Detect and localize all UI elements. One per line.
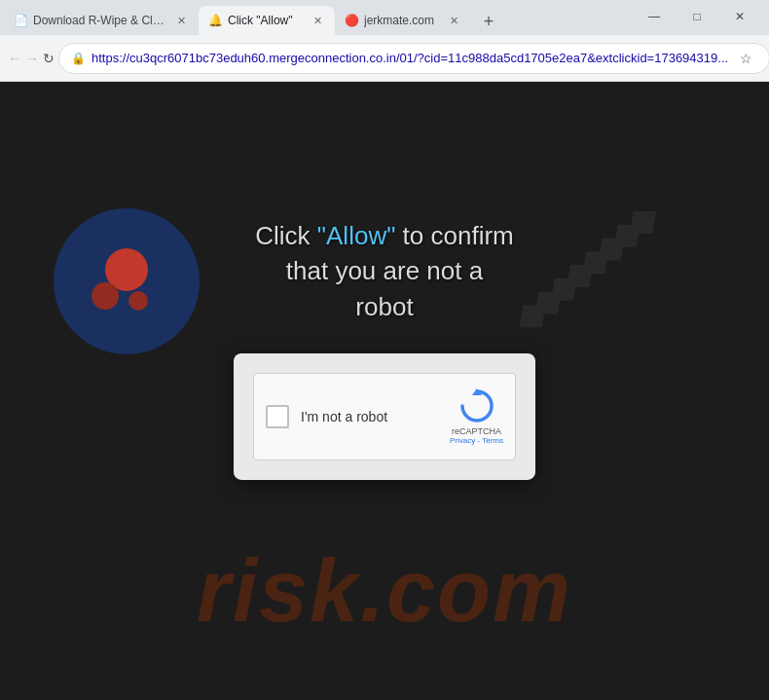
url-actions: ☆ (734, 47, 757, 70)
bookmark-icon[interactable]: ☆ (734, 47, 757, 70)
minimize-button[interactable]: — (633, 2, 676, 31)
main-text-line3: robot (0, 289, 769, 324)
page-content: ⟋ Click "Allow" to confirm that you are … (0, 82, 769, 700)
forward-button[interactable]: → (25, 43, 39, 74)
tab-label-download: Download R-Wipe & Clean 20... (33, 14, 167, 27)
tab-close-download[interactable]: ✕ (173, 13, 189, 28)
recaptcha-spinner (458, 387, 495, 424)
recaptcha-spinner-svg (458, 387, 495, 424)
tab-click-allow[interactable]: 🔔 Click "Allow" ✕ (199, 6, 335, 35)
url-box[interactable]: 🔒 https://cu3qcr6071bc73eduh60.mergeconn… (58, 43, 769, 74)
close-window-button[interactable]: ✕ (718, 2, 761, 31)
recaptcha-brand: reCAPTCHA Privacy - Terms (450, 425, 503, 445)
recaptcha-label: I'm not a robot (301, 409, 438, 424)
tab-favicon-jerkmate: 🔴 (345, 14, 358, 27)
tab-label-jerkmate: jerkmate.com (364, 14, 440, 27)
browser-window: 📄 Download R-Wipe & Clean 20... ✕ 🔔 Clic… (0, 0, 769, 700)
recaptcha-checkbox[interactable] (266, 405, 289, 428)
tab-favicon-download: 📄 (14, 14, 27, 27)
tab-download[interactable]: 📄 Download R-Wipe & Clean 20... ✕ (4, 6, 199, 35)
recaptcha-logo: reCAPTCHA Privacy - Terms (450, 387, 503, 445)
page-background: ⟋ Click "Allow" to confirm that you are … (0, 82, 769, 700)
recaptcha-dialog: I'm not a robot reCAPTCHA Privacy - Term… (234, 352, 535, 479)
tab-label-allow: Click "Allow" (228, 14, 304, 27)
allow-highlight: "Allow" (317, 221, 396, 250)
main-text-line2: that you are not a (0, 253, 769, 288)
refresh-button[interactable]: ↻ (43, 43, 55, 74)
main-text: Click "Allow" to confirm that you are no… (0, 218, 769, 324)
back-button[interactable]: ← (8, 43, 21, 74)
tab-close-allow[interactable]: ✕ (310, 13, 325, 28)
watermark-text: risk.com (0, 541, 769, 642)
address-bar: ← → ↻ 🔒 https://cu3qcr6071bc73eduh60.mer… (0, 35, 769, 82)
recaptcha-inner: I'm not a robot reCAPTCHA Privacy - Term… (253, 372, 516, 460)
tab-bar: 📄 Download R-Wipe & Clean 20... ✕ 🔔 Clic… (0, 0, 769, 35)
window-controls: — □ ✕ (633, 2, 765, 35)
main-text-line1: Click "Allow" to confirm (0, 218, 769, 253)
new-tab-button[interactable]: + (475, 8, 502, 35)
recaptcha-brand-text: reCAPTCHA (450, 425, 503, 436)
maximize-button[interactable]: □ (676, 2, 718, 31)
recaptcha-privacy-terms: Privacy - Terms (450, 436, 503, 446)
tab-favicon-allow: 🔔 (208, 14, 222, 27)
tab-jerkmate[interactable]: 🔴 jerkmate.com ✕ (335, 6, 471, 35)
lock-icon: 🔒 (71, 52, 86, 65)
url-text: https://cu3qcr6071bc73eduh60.mergeconnec… (92, 51, 728, 65)
tab-close-jerkmate[interactable]: ✕ (446, 13, 461, 28)
